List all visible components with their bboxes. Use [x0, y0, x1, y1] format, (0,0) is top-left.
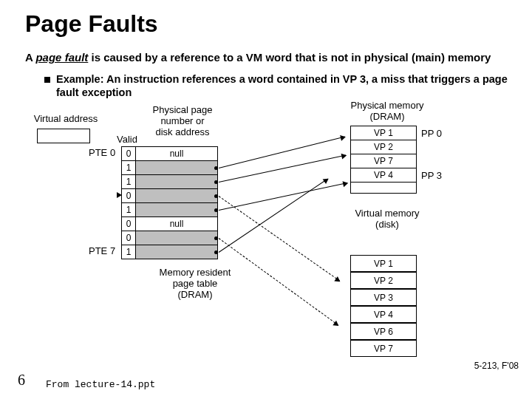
pm-row: VP 1 — [351, 126, 417, 140]
pte-valid: 1 — [122, 161, 136, 175]
label-ppda: Physical page number or disk address — [142, 105, 223, 138]
definition-post: is caused by a reference to a VM word th… — [88, 51, 491, 64]
pte-addr — [136, 189, 218, 203]
pte-valid: 0 — [122, 189, 136, 203]
pte-valid: 0 — [122, 231, 136, 245]
slide-number: 6 — [18, 372, 25, 389]
pte-valid: 1 — [122, 203, 136, 217]
label-valid: Valid — [112, 134, 142, 146]
definition: A page fault is caused by a reference to… — [25, 51, 511, 65]
label-pp3: PP 3 — [421, 170, 442, 181]
pte-addr — [136, 175, 218, 189]
label-pp0: PP 0 — [421, 128, 442, 139]
disk-row: VP 3 — [351, 289, 417, 306]
page-title: Page Faults — [25, 10, 511, 38]
arrow-dot — [214, 250, 218, 254]
pm-row: VP 2 — [351, 140, 417, 154]
pte-addr: null — [136, 217, 218, 231]
pte-valid: 0 — [122, 217, 136, 231]
example-row: Example: An instruction references a wor… — [44, 72, 511, 99]
arrow-line — [219, 179, 328, 253]
page-table: 0null11010null01 — [121, 146, 218, 259]
disk-row: VP 4 — [351, 306, 417, 323]
arrow-dot — [214, 166, 218, 170]
disk-row: VP 2 — [351, 272, 417, 289]
example-text: Example: An instruction references a wor… — [56, 72, 511, 99]
label-pte0: PTE 0 — [89, 147, 115, 158]
definition-pre: A — [25, 51, 35, 64]
label-virt-mem: Virtual memory (disk) — [335, 208, 439, 231]
label-phys-mem: Physical memory (DRAM) — [335, 100, 439, 123]
diagram: Virtual address Valid Physical page numb… — [25, 103, 516, 369]
pte-addr — [136, 245, 218, 259]
pte-addr — [136, 231, 218, 245]
label-virtual-address: Virtual address — [25, 114, 106, 125]
label-page-table: Memory resident page table (DRAM) — [143, 267, 247, 301]
virtual-address-box — [37, 129, 90, 143]
disk-table: VP 1VP 2VP 3VP 4VP 6VP 7 — [350, 255, 417, 357]
disk-row: VP 6 — [351, 323, 417, 340]
disk-row: VP 7 — [351, 340, 417, 357]
definition-keyword: page fault — [35, 51, 88, 64]
footer-text: 5-213, F'08 — [474, 361, 519, 371]
disk-row: VP 1 — [351, 256, 417, 273]
arrow-dot — [214, 180, 218, 184]
pte-addr — [136, 161, 218, 175]
pte-valid: 1 — [122, 175, 136, 189]
pm-row: VP 4 — [351, 168, 417, 183]
pte-addr — [136, 203, 218, 217]
pm-row: VP 7 — [351, 154, 417, 168]
arrow-dot — [214, 208, 218, 212]
pte-valid: 0 — [122, 147, 136, 161]
source-line: From lecture-14.ppt — [46, 379, 155, 390]
pm-empty — [351, 183, 417, 194]
physical-memory-table: VP 1VP 2VP 7VP 4 — [350, 126, 417, 194]
arrow-line — [219, 136, 345, 168]
label-pte7: PTE 7 — [89, 245, 115, 256]
bullet-icon — [44, 77, 50, 83]
pte-addr: null — [136, 147, 218, 161]
pte-valid: 1 — [122, 245, 136, 259]
arrow-dot — [214, 236, 218, 240]
arrow-line — [219, 183, 347, 211]
arrow-dot — [214, 194, 218, 198]
